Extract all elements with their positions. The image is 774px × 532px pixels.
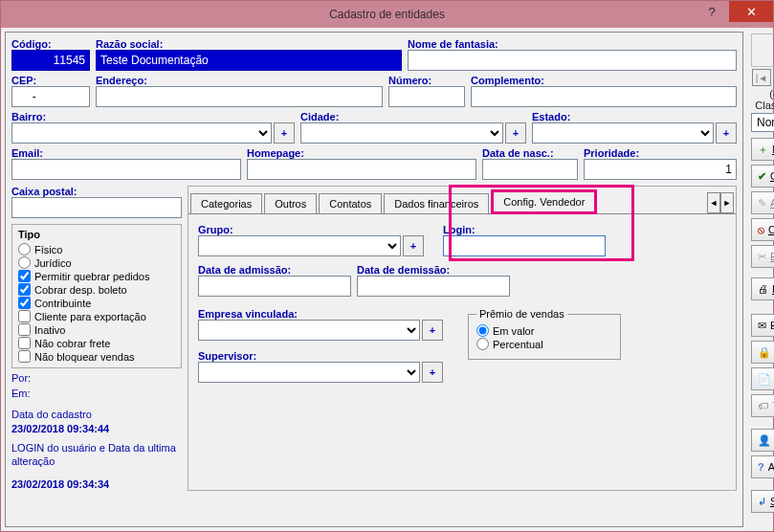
excluir-button[interactable]: ✂Excluir (751, 245, 774, 268)
check-exportacao-label: Cliente para exportação (34, 311, 146, 322)
mail-icon: ✉ (758, 320, 766, 332)
check-boleto-label: Cobrar desp. boleto (34, 284, 127, 296)
endereco-label: Endereço: (96, 75, 383, 86)
bairro-select[interactable] (11, 122, 272, 144)
data-cadastro-label: Data do cadastro (11, 409, 182, 422)
cidade-add-button[interactable]: + (505, 122, 526, 144)
tab-scroll-right[interactable]: ► (720, 192, 734, 213)
editando-label: (editando) (751, 88, 774, 100)
exit-icon: ↲ (758, 496, 766, 508)
check-quebrar-label: Permitir quebrar pedidos (34, 271, 149, 282)
login-input[interactable] (443, 235, 606, 256)
prioridade-input[interactable] (584, 159, 737, 180)
cidade-select[interactable] (300, 122, 503, 144)
tipo-fisico-radio[interactable] (18, 243, 31, 255)
demissao-input[interactable] (357, 276, 510, 297)
grupo-select[interactable] (198, 235, 401, 256)
ajuda-label: Ajuda (768, 461, 774, 473)
help-titlebar-button[interactable]: ? (695, 1, 729, 22)
nav-first-button[interactable]: |◄ (752, 69, 771, 86)
tab-contatos[interactable]: Contatos (319, 193, 382, 213)
numero-input[interactable] (388, 86, 465, 107)
numero-label: Número: (388, 75, 465, 86)
empresa-label: Empresa vinculada: (198, 308, 443, 320)
em-label: Em: (11, 388, 182, 401)
nasc-label: Data de nasc.: (482, 147, 578, 159)
premio-valor-radio[interactable] (476, 324, 489, 337)
check-boleto[interactable] (18, 283, 31, 296)
fantasia-input[interactable] (408, 50, 737, 71)
tab-strip: Categorias Outros Contatos Dados finance… (188, 187, 736, 214)
tab-scroll-left[interactable]: ◄ (707, 192, 720, 213)
por-label: Por: (11, 372, 182, 386)
supervisor-add-button[interactable]: + (422, 362, 443, 383)
premio-perc-radio[interactable] (476, 338, 489, 350)
prioridade-label: Prioridade: (584, 147, 737, 159)
tab-config-vendedor[interactable]: Config. Vendedor (491, 189, 597, 214)
check-quebrar[interactable] (18, 270, 31, 282)
admissao-label: Data de admissão: (198, 264, 351, 276)
lock-icon: 🔒 (758, 346, 771, 359)
login-label: Login: (443, 224, 606, 235)
bairro-add-button[interactable]: + (274, 122, 295, 144)
check-inativo[interactable] (18, 323, 31, 336)
codigo-input[interactable] (11, 50, 90, 71)
gravar-button[interactable]: ✔Gravar (751, 165, 774, 188)
alterar-button[interactable]: ✎Alterar (751, 191, 774, 214)
tab-categorias[interactable]: Categorias (190, 193, 262, 213)
codigo-label: Código: (11, 38, 90, 50)
tab-outros[interactable]: Outros (264, 193, 317, 213)
nasc-input[interactable] (482, 159, 578, 180)
check-exportacao[interactable] (18, 310, 31, 322)
check-bloquear[interactable] (18, 350, 31, 363)
email-input[interactable] (11, 159, 241, 180)
sair-button[interactable]: ↲Sair (751, 490, 774, 513)
fantasia-label: Nome de fantasia: (408, 38, 737, 50)
main-form: Código: Razão social: Nome de fantasia: … (5, 32, 743, 527)
printer-icon: 🖨 (758, 283, 768, 295)
check-frete[interactable] (18, 337, 31, 349)
cancelar-button[interactable]: ⦸Cancelar (751, 218, 774, 241)
demissao-label: Data de demissão: (357, 264, 510, 276)
grupo-add-button[interactable]: + (403, 235, 424, 256)
close-titlebar-button[interactable]: ✕ (729, 1, 773, 22)
email-label: Email: (11, 147, 241, 159)
ajuda-button[interactable]: ?Ajuda (751, 455, 774, 478)
relatorios-button[interactable]: 🖨Relatórios (751, 277, 774, 300)
email-button[interactable]: ✉Email (751, 314, 774, 337)
busca-button[interactable]: Busca (751, 33, 774, 67)
check-contribuinte[interactable] (18, 297, 31, 309)
tipo-box: Tipo Físico Jurídico Permitir quebrar pe… (11, 224, 182, 368)
nota-button[interactable]: 📄Nota (751, 367, 774, 390)
check-frete-label: Não cobrar frete (34, 338, 110, 349)
complemento-input[interactable] (471, 86, 737, 107)
empresa-select[interactable] (198, 320, 420, 341)
empresa-add-button[interactable]: + (422, 320, 443, 341)
tab-precos-button[interactable]: 🏷Tab preços (751, 394, 774, 417)
profile-icon: 👤 (758, 434, 771, 447)
estado-add-button[interactable]: + (716, 122, 737, 144)
homepage-input[interactable] (247, 159, 476, 180)
razao-input[interactable] (96, 50, 402, 71)
admissao-input[interactable] (198, 276, 351, 297)
caixa-input[interactable] (11, 197, 182, 218)
endereco-input[interactable] (96, 86, 383, 107)
cidade-label: Cidade: (300, 111, 526, 122)
check-contribuinte-label: Contribuinte (34, 298, 91, 309)
perfil-button[interactable]: 👤Perfil... (751, 429, 774, 452)
cep-input[interactable] (11, 86, 90, 107)
novo-button[interactable]: ＋NNovoovo (751, 138, 774, 161)
classificado-select[interactable]: Nome (751, 113, 774, 132)
supervisor-select[interactable] (198, 362, 420, 383)
bloquear-button[interactable]: 🔒Bloquear (751, 341, 774, 364)
tab-dados-financeiros[interactable]: Dados financeiros (384, 193, 489, 213)
razao-label: Razão social: (96, 38, 402, 50)
busca-label: Busca (754, 52, 774, 63)
note-icon: 📄 (758, 373, 771, 386)
estado-select[interactable] (532, 122, 714, 144)
price-icon: 🏷 (758, 400, 768, 411)
email-button-label: Email (770, 320, 774, 331)
tipo-juridico-radio[interactable] (18, 256, 31, 269)
grupo-label: Grupo: (198, 224, 424, 235)
tipo-juridico-label: Jurídico (34, 257, 72, 269)
